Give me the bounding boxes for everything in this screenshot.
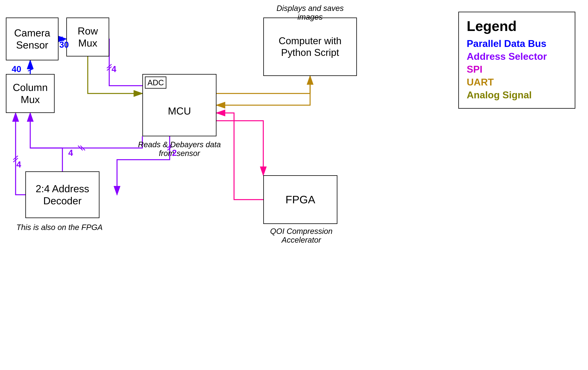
legend-analog-signal: Analog Signal (467, 89, 567, 101)
fpga-note-label: This is also on the FPGA (16, 223, 103, 232)
camera-sensor-block: CameraSensor (6, 18, 59, 60)
legend-uart: UART (467, 77, 567, 88)
adc-label: ADC (147, 78, 164, 87)
svg-line-20 (13, 156, 18, 160)
svg-line-16 (78, 146, 83, 150)
svg-line-12 (28, 67, 32, 69)
legend-title: Legend (467, 18, 567, 34)
column-mux-label: ColumnMux (13, 81, 48, 106)
legend-parallel-data-bus: Parallel Data Bus (467, 38, 567, 49)
fpga-label: FPGA (285, 193, 315, 206)
computer-label: Computer withPython Script (279, 35, 341, 59)
bus-label-4-dec: 4 (16, 160, 21, 170)
svg-line-15 (107, 67, 112, 70)
address-decoder-label: 2:4 AddressDecoder (36, 183, 89, 207)
qoi-compression-label: QOI Compression Accelerator (250, 227, 353, 244)
computer-block: Computer withPython Script (263, 18, 357, 76)
row-mux-label: RowMux (78, 25, 98, 49)
column-mux-block: ColumnMux (6, 74, 55, 113)
bus-label-30: 30 (59, 40, 69, 50)
adc-inner-block: ADC (145, 77, 166, 89)
legend-spi: SPI (467, 64, 567, 75)
fpga-block: FPGA (263, 175, 337, 224)
bus-label-40: 40 (12, 64, 21, 74)
svg-line-17 (80, 146, 85, 150)
svg-line-13 (28, 69, 32, 71)
camera-sensor-label: CameraSensor (14, 27, 50, 51)
legend-box: Legend Parallel Data Bus Address Selecto… (458, 12, 575, 109)
displays-saves-label: Displays and saves images (263, 4, 357, 21)
bus-label-2: 2 (172, 148, 177, 158)
reads-debayers-label: Reads & Debayers data from sensor (133, 140, 226, 158)
mcu-block: ADC MCU (142, 74, 217, 136)
mcu-label: MCU (168, 105, 191, 117)
legend-address-selector: Address Selector (467, 51, 567, 62)
address-decoder-block: 2:4 AddressDecoder (25, 171, 99, 218)
row-mux-block: RowMux (66, 18, 109, 57)
bus-label-4-row: 4 (112, 64, 116, 74)
bus-label-4-col: 4 (68, 148, 73, 158)
svg-line-14 (107, 64, 112, 68)
